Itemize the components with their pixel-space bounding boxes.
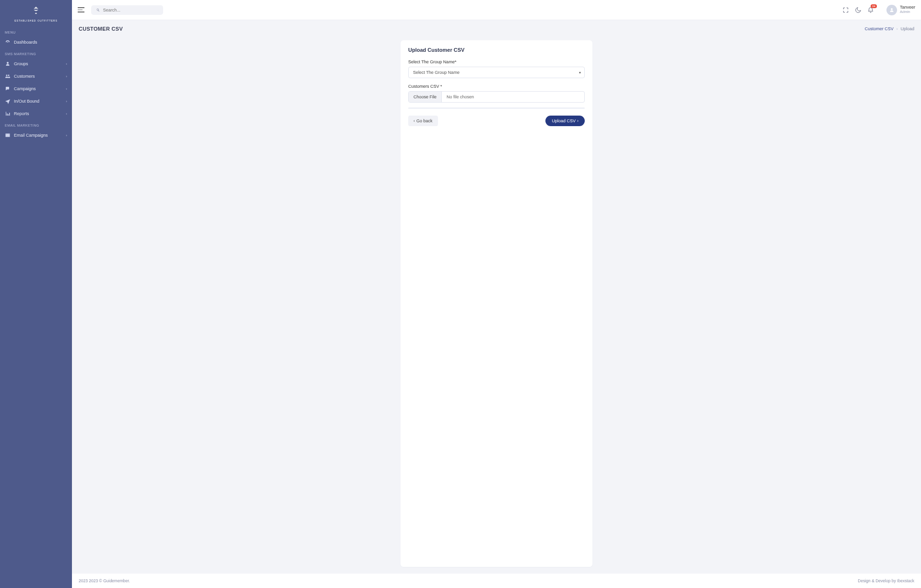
sidebar-item-groups[interactable]: Groups › [0, 58, 72, 70]
nav-label: Reports [14, 111, 66, 116]
notifications-button[interactable]: 04 [867, 7, 874, 13]
chart-icon [5, 111, 11, 117]
sidebar-item-inoutbound[interactable]: In/Out Bound › [0, 95, 72, 107]
brand-word-left: ESTABLISHED [14, 19, 36, 22]
app-root: ESTABLISHED OUTFITTERS MENU Dashboards S… [0, 0, 921, 588]
main-column: 04 Tanveer Admin CUSTOMER CSV Customer C… [72, 0, 921, 588]
chevron-right-icon: › [66, 87, 67, 91]
brand-logo[interactable]: ESTABLISHED OUTFITTERS [0, 0, 72, 27]
card-title: Upload Customer CSV [408, 47, 585, 53]
footer-copyright: 2023 2023 © Guidemember. [79, 578, 130, 583]
envelope-icon [5, 132, 11, 138]
fullscreen-button[interactable] [842, 7, 849, 13]
topbar: 04 Tanveer Admin [72, 0, 921, 20]
nav-label: Customers [14, 74, 66, 79]
chevron-right-icon: › [66, 99, 67, 104]
chevron-right-icon: › [897, 27, 898, 31]
search-box[interactable] [91, 5, 163, 15]
section-title: EMAIL MARKETING [0, 120, 72, 129]
nav-section-2: EMAIL MARKETING Email Campaigns › [0, 120, 72, 141]
nav-section-0: MENU Dashboards [0, 27, 72, 48]
chevron-right-icon: › [66, 62, 67, 66]
theme-toggle-button[interactable] [855, 7, 862, 13]
sidebar-item-campaigns[interactable]: Campaigns › [0, 82, 72, 95]
breadcrumb: Customer CSV › Upload [865, 26, 914, 31]
sidebar: ESTABLISHED OUTFITTERS MENU Dashboards S… [0, 0, 72, 588]
group-select[interactable]: Select The Group Name ▾ [408, 67, 585, 78]
notification-badge: 04 [871, 4, 877, 8]
group-select-value: Select The Group Name [408, 67, 585, 78]
topbar-icons: 04 Tanveer Admin [842, 5, 915, 15]
gauge-icon [5, 39, 11, 45]
go-back-button[interactable]: ‹ Go back [408, 116, 438, 126]
nav-label: Email Campaigns [14, 133, 66, 138]
submit-label: Upload CSV [552, 118, 576, 123]
file-status-text: No file chosen [442, 92, 479, 102]
nav-label: Campaigns [14, 86, 66, 91]
user-menu[interactable]: Tanveer Admin [886, 5, 915, 15]
back-label: Go back [416, 118, 433, 123]
card-actions: ‹ Go back Upload CSV › [408, 116, 585, 126]
csv-label: Customers CSV * [408, 84, 585, 89]
file-input[interactable]: Choose File No file chosen [408, 91, 585, 103]
brand-word-right: OUTFITTERS [37, 19, 57, 22]
chevron-right-icon: › [66, 74, 67, 79]
content-area: Upload Customer CSV Select The Group Nam… [72, 37, 921, 574]
chevron-right-icon: › [577, 118, 579, 123]
avatar [886, 5, 897, 15]
comments-icon [5, 86, 11, 92]
menu-toggle-button[interactable] [78, 6, 86, 14]
fullscreen-icon [842, 7, 849, 13]
footer: 2023 2023 © Guidemember. Design & Develo… [72, 574, 921, 588]
nav-label: Groups [14, 61, 66, 66]
moon-icon [855, 7, 862, 13]
choose-file-button[interactable]: Choose File [409, 92, 442, 102]
section-title: SMS MARKETING [0, 48, 72, 58]
antlers-icon [29, 5, 43, 18]
nav-label: Dashboards [14, 40, 67, 45]
search-icon [96, 8, 100, 12]
page-title: CUSTOMER CSV [79, 26, 123, 32]
section-title: MENU [0, 27, 72, 36]
user-meta: Tanveer Admin [900, 5, 915, 14]
search-input[interactable] [103, 8, 158, 12]
sidebar-item-reports[interactable]: Reports › [0, 107, 72, 120]
breadcrumb-parent[interactable]: Customer CSV [865, 26, 894, 31]
nav-label: In/Out Bound [14, 99, 66, 104]
chevron-right-icon: › [66, 133, 67, 138]
chevron-right-icon: › [66, 112, 67, 116]
avatar-icon [889, 7, 895, 13]
sidebar-item-dashboards[interactable]: Dashboards [0, 36, 72, 48]
chevron-left-icon: ‹ [413, 118, 415, 123]
footer-credit: Design & Develop by Ibexstack [858, 578, 914, 583]
progress-bar [408, 107, 585, 109]
upload-card: Upload Customer CSV Select The Group Nam… [401, 40, 592, 567]
page-header: CUSTOMER CSV Customer CSV › Upload [72, 20, 921, 37]
plane-icon [5, 98, 11, 104]
group-label: Select The Group Name* [408, 59, 585, 64]
users-icon [5, 73, 11, 79]
sidebar-item-email-campaigns[interactable]: Email Campaigns › [0, 129, 72, 141]
breadcrumb-current: Upload [900, 26, 914, 31]
sidebar-item-customers[interactable]: Customers › [0, 70, 72, 82]
nav-section-1: SMS MARKETING Groups › Customers › Campa… [0, 48, 72, 120]
user-role: Admin [900, 10, 915, 14]
user-icon [5, 61, 11, 67]
upload-csv-button[interactable]: Upload CSV › [545, 116, 585, 126]
